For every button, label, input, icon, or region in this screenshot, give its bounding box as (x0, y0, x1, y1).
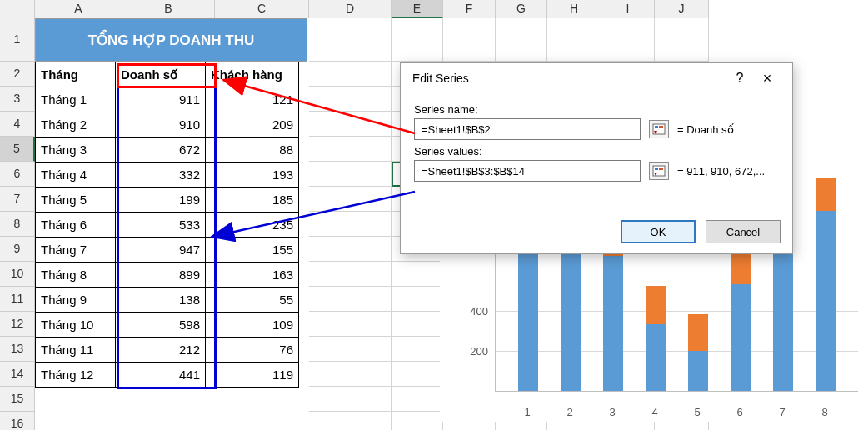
row-header-16[interactable]: 16 (0, 412, 35, 430)
cell-khach-hang[interactable]: 88 (206, 138, 299, 162)
cell-doanh-so[interactable]: 911 (116, 88, 206, 112)
col-header-D[interactable]: D (309, 0, 392, 18)
cell-month[interactable]: Tháng 5 (36, 188, 116, 212)
cell-month[interactable]: Tháng 4 (36, 162, 116, 188)
cell-khach-hang[interactable]: 76 (206, 338, 299, 362)
table-row[interactable]: Tháng 10598109 (36, 312, 299, 338)
bar[interactable] (688, 314, 708, 391)
svg-rect-6 (655, 168, 658, 170)
y-tick-label: 400 (440, 304, 488, 317)
col-header-G[interactable]: G (496, 0, 547, 18)
col-header-H[interactable]: H (547, 0, 601, 18)
col-header-A[interactable]: A (35, 0, 122, 18)
cell-doanh-so[interactable]: 672 (116, 138, 206, 162)
data-table[interactable]: Tháng Doanh số Khách hàng Tháng 1911121T… (35, 62, 299, 388)
table-row[interactable]: Tháng 8899163 (36, 262, 299, 288)
cell-month[interactable]: Tháng 6 (36, 212, 116, 238)
cell-month[interactable]: Tháng 1 (36, 88, 116, 112)
svg-rect-5 (653, 166, 665, 176)
table-row[interactable]: Tháng 367288 (36, 138, 299, 162)
table-row[interactable]: Tháng 1121276 (36, 338, 299, 362)
cell-doanh-so[interactable]: 899 (116, 262, 206, 288)
header-doanh-so[interactable]: Doanh số (116, 62, 206, 88)
cell-month[interactable]: Tháng 10 (36, 312, 116, 338)
cell-month[interactable]: Tháng 7 (36, 238, 116, 262)
cell-month[interactable]: Tháng 9 (36, 288, 116, 312)
table-row[interactable]: Tháng 913855 (36, 288, 299, 312)
bar[interactable] (731, 237, 751, 391)
cell-khach-hang[interactable]: 185 (206, 188, 299, 212)
cell-month[interactable]: Tháng 12 (36, 362, 116, 388)
cell-khach-hang[interactable]: 155 (206, 238, 299, 262)
cell-doanh-so[interactable]: 332 (116, 162, 206, 188)
table-row[interactable]: Tháng 2910209 (36, 112, 299, 138)
range-select-icon[interactable] (649, 162, 669, 180)
help-button[interactable]: ? (729, 71, 751, 86)
cell-khach-hang[interactable]: 193 (206, 162, 299, 188)
row-header-13[interactable]: 13 (0, 337, 35, 362)
cell-khach-hang[interactable]: 109 (206, 312, 299, 338)
row-header-8[interactable]: 8 (0, 212, 35, 237)
cancel-button[interactable]: Cancel (706, 220, 781, 243)
header-khach-hang[interactable]: Khách hàng (206, 62, 299, 88)
bar[interactable] (646, 286, 666, 391)
col-header-I[interactable]: I (601, 0, 655, 18)
cell-doanh-so[interactable]: 910 (116, 112, 206, 138)
close-button[interactable]: × (751, 70, 784, 88)
dialog-titlebar[interactable]: Edit Series ? × (401, 63, 792, 93)
row-header-1[interactable]: 1 (0, 18, 35, 62)
select-all-cell[interactable] (0, 0, 35, 18)
cell-month[interactable]: Tháng 8 (36, 262, 116, 288)
cell-doanh-so[interactable]: 598 (116, 312, 206, 338)
series-name-preview: = Doanh số (677, 123, 734, 136)
ok-button[interactable]: OK (621, 220, 696, 243)
cell-month[interactable]: Tháng 3 (36, 138, 116, 162)
bar[interactable] (816, 178, 836, 391)
cell-doanh-so[interactable]: 138 (116, 288, 206, 312)
row-header-15[interactable]: 15 (0, 387, 35, 412)
row-header-7[interactable]: 7 (0, 187, 35, 212)
bar[interactable] (603, 238, 623, 391)
table-row[interactable]: Tháng 7947155 (36, 238, 299, 262)
row-header-5[interactable]: 5 (0, 137, 35, 162)
table-row[interactable]: Tháng 4332193 (36, 162, 299, 188)
row-header-14[interactable]: 14 (0, 362, 35, 387)
table-row[interactable]: Tháng 12441119 (36, 362, 299, 388)
cell-khach-hang[interactable]: 163 (206, 262, 299, 288)
cell-doanh-so[interactable]: 533 (116, 212, 206, 238)
row-header-3[interactable]: 3 (0, 87, 35, 112)
cell-khach-hang[interactable]: 121 (206, 88, 299, 112)
cell-khach-hang[interactable]: 119 (206, 362, 299, 388)
cell-month[interactable]: Tháng 2 (36, 112, 116, 138)
range-select-icon[interactable] (649, 120, 669, 138)
series-values-input[interactable] (420, 164, 635, 178)
row-header-12[interactable]: 12 (0, 312, 35, 337)
cell-doanh-so[interactable]: 947 (116, 238, 206, 262)
cell-khach-hang[interactable]: 209 (206, 112, 299, 138)
row-header-4[interactable]: 4 (0, 112, 35, 137)
table-title[interactable]: TỔNG HỢP DOANH THU (35, 18, 307, 62)
table-row[interactable]: Tháng 1911121 (36, 88, 299, 112)
cell-khach-hang[interactable]: 235 (206, 212, 299, 238)
col-header-F[interactable]: F (443, 0, 496, 18)
row-header-6[interactable]: 6 (0, 162, 35, 187)
col-header-C[interactable]: C (215, 0, 309, 18)
col-header-J[interactable]: J (655, 0, 709, 18)
cell-doanh-so[interactable]: 441 (116, 362, 206, 388)
row-header-9[interactable]: 9 (0, 237, 35, 262)
table-row[interactable]: Tháng 5199185 (36, 188, 299, 212)
row-header-10[interactable]: 10 (0, 262, 35, 287)
series-name-input[interactable] (420, 122, 635, 137)
col-header-E[interactable]: E (392, 0, 443, 18)
header-thang[interactable]: Tháng (36, 62, 116, 88)
series-values-input-wrap (414, 160, 641, 182)
cell-month[interactable]: Tháng 11 (36, 338, 116, 362)
table-row[interactable]: Tháng 6533235 (36, 212, 299, 238)
cell-doanh-so[interactable]: 199 (116, 188, 206, 212)
row-header-2[interactable]: 2 (0, 62, 35, 87)
cell-khach-hang[interactable]: 55 (206, 288, 299, 312)
col-header-B[interactable]: B (122, 0, 215, 18)
row-header-11[interactable]: 11 (0, 287, 35, 312)
cell-doanh-so[interactable]: 212 (116, 338, 206, 362)
x-tick-label: 6 (731, 406, 748, 418)
